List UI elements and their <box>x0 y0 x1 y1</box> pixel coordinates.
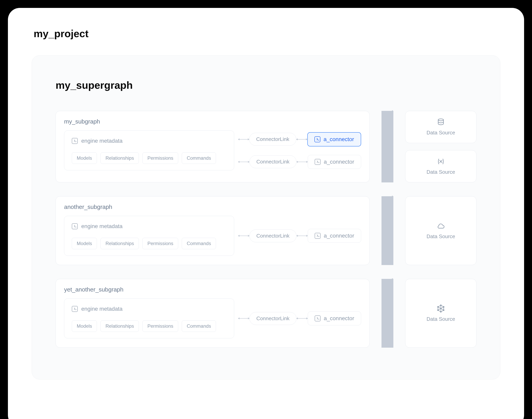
datasource-card[interactable]: Data Source <box>405 279 477 348</box>
terminal-icon <box>315 315 321 321</box>
graphql-icon <box>437 305 445 313</box>
terminal-icon <box>72 306 78 312</box>
arrow-bidirectional <box>297 318 308 319</box>
datasource-label: Data Source <box>427 233 455 239</box>
cloud-icon <box>437 222 445 230</box>
subgraph-body: engine metadataModelsRelationshipsPermis… <box>64 216 361 256</box>
arrow-bidirectional <box>238 162 249 162</box>
arrow-right <box>382 196 393 265</box>
terminal-icon <box>315 159 321 165</box>
tag-row: ModelsRelationshipsPermissionsCommands <box>72 238 226 249</box>
engine-metadata-card[interactable]: engine metadataModelsRelationshipsPermis… <box>64 299 234 338</box>
arrow-right <box>382 279 393 348</box>
terminal-icon <box>72 138 78 144</box>
project-title: my_project <box>34 28 500 39</box>
page-canvas: my_project my_supergraph my_subgraphengi… <box>8 8 524 419</box>
link-row: ConnectorLinka_connector <box>238 229 361 243</box>
arrow-bidirectional <box>238 139 249 140</box>
arrow-bidirectional <box>296 139 307 140</box>
supergraph-title: my_supergraph <box>55 79 477 91</box>
datasource-column: Data Source <box>405 196 477 265</box>
connector-link-pill[interactable]: ConnectorLink <box>249 133 296 146</box>
connector-node[interactable]: a_connector <box>308 312 361 325</box>
terminal-icon <box>315 233 321 239</box>
svg-point-3 <box>437 306 438 307</box>
metadata-tag[interactable]: Commands <box>182 320 216 332</box>
svg-point-6 <box>443 310 444 311</box>
metadata-tag[interactable]: Permissions <box>142 238 178 249</box>
datasource-label: Data Source <box>427 130 455 136</box>
datasource-card[interactable]: Data Source <box>405 196 477 265</box>
datasource-column: Data SourceData Source <box>405 111 477 183</box>
datasource-card[interactable]: Data Source <box>405 111 477 143</box>
metadata-tag[interactable]: Models <box>72 238 97 249</box>
terminal-icon <box>72 223 78 229</box>
subgraph-row: my_subgraphengine metadataModelsRelation… <box>55 111 477 183</box>
links-column: ConnectorLinka_connector <box>238 299 361 338</box>
datasource-arrow-column <box>382 279 393 348</box>
engine-header: engine metadata <box>72 223 226 229</box>
terminal-icon <box>314 136 320 142</box>
svg-point-0 <box>438 119 444 121</box>
link-row: ConnectorLinka_connector <box>238 312 361 325</box>
arrow-bidirectional <box>238 318 249 319</box>
subgraph-card[interactable]: my_subgraphengine metadataModelsRelation… <box>55 111 370 183</box>
metadata-tag[interactable]: Permissions <box>142 320 178 332</box>
datasource-column: Data Source <box>405 279 477 348</box>
link-row: ConnectorLinka_connector <box>238 155 361 169</box>
subgraph-row: yet_another_subgraphengine metadataModel… <box>55 279 477 348</box>
links-column: ConnectorLinka_connectorConnectorLinka_c… <box>238 131 361 170</box>
arrow-bidirectional <box>297 162 308 162</box>
metadata-tag[interactable]: Models <box>72 320 97 332</box>
subgraph-body: engine metadataModelsRelationshipsPermis… <box>64 131 361 170</box>
link-row: ConnectorLinka_connector <box>238 132 361 146</box>
subgraph-title: another_subgraph <box>64 204 361 210</box>
engine-header: engine metadata <box>72 306 226 312</box>
subgraphs-container: my_subgraphengine metadataModelsRelation… <box>55 111 477 348</box>
subgraph-card[interactable]: another_subgraphengine metadataModelsRel… <box>55 196 370 265</box>
metadata-tag[interactable]: Commands <box>182 152 216 164</box>
metadata-tag[interactable]: Relationships <box>100 238 139 249</box>
connector-node[interactable]: a_connector <box>307 132 361 146</box>
svg-point-2 <box>440 311 441 312</box>
metadata-tag[interactable]: Relationships <box>100 152 139 164</box>
connector-node[interactable]: a_connector <box>308 155 361 169</box>
connector-label: a_connector <box>324 233 354 239</box>
engine-metadata-card[interactable]: engine metadataModelsRelationshipsPermis… <box>64 131 234 170</box>
arrow-right <box>382 147 393 183</box>
subgraph-row: another_subgraphengine metadataModelsRel… <box>55 196 477 265</box>
arrow-bidirectional <box>238 236 249 236</box>
metadata-tag[interactable]: Relationships <box>100 320 139 332</box>
arrow-bidirectional <box>297 236 308 236</box>
datasource-label: Data Source <box>427 316 455 322</box>
supergraph-card: my_supergraph my_subgraphengine metadata… <box>32 55 500 380</box>
svg-point-5 <box>437 310 438 311</box>
svg-point-4 <box>443 306 444 307</box>
engine-metadata-card[interactable]: engine metadataModelsRelationshipsPermis… <box>64 216 234 256</box>
arrow-right <box>382 111 393 147</box>
engine-metadata-label: engine metadata <box>81 138 123 144</box>
metadata-tag[interactable]: Commands <box>182 238 216 249</box>
links-column: ConnectorLinka_connector <box>238 216 361 256</box>
variable-icon <box>437 157 445 165</box>
engine-metadata-label: engine metadata <box>81 306 123 312</box>
metadata-tag[interactable]: Models <box>72 152 97 164</box>
engine-metadata-label: engine metadata <box>81 223 123 229</box>
subgraph-title: yet_another_subgraph <box>64 286 361 293</box>
connector-link-pill[interactable]: ConnectorLink <box>249 312 297 325</box>
tag-row: ModelsRelationshipsPermissionsCommands <box>72 152 226 164</box>
datasource-arrow-column <box>382 111 393 183</box>
datasource-arrow-column <box>382 196 393 265</box>
connector-label: a_connector <box>324 136 354 143</box>
engine-header: engine metadata <box>72 138 226 144</box>
connector-link-pill[interactable]: ConnectorLink <box>249 229 297 242</box>
svg-point-1 <box>440 305 441 306</box>
connector-label: a_connector <box>324 315 354 322</box>
metadata-tag[interactable]: Permissions <box>142 152 178 164</box>
subgraph-body: engine metadataModelsRelationshipsPermis… <box>64 299 361 338</box>
subgraph-card[interactable]: yet_another_subgraphengine metadataModel… <box>55 279 370 348</box>
connector-node[interactable]: a_connector <box>308 229 361 243</box>
connector-label: a_connector <box>324 159 354 165</box>
datasource-card[interactable]: Data Source <box>405 150 477 183</box>
connector-link-pill[interactable]: ConnectorLink <box>249 155 297 168</box>
